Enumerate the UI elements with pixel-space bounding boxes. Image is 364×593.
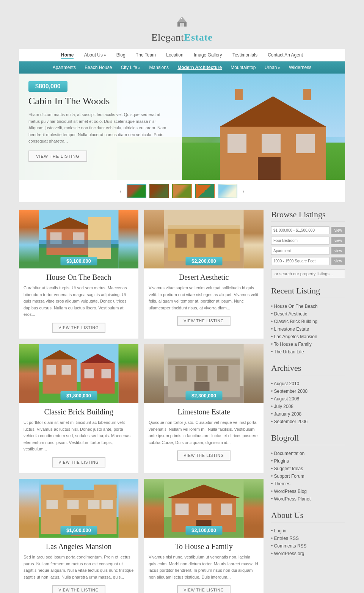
svg-rect-37 [62, 365, 71, 375]
nav-location[interactable]: Location [166, 52, 183, 58]
blogroll-support[interactable]: Support Forum [274, 474, 304, 479]
recent-link-desert[interactable]: Desert Aesthetic [274, 311, 307, 317]
listing-title-limestone: Limestone Estate [144, 408, 264, 416]
archive-jul2008[interactable]: July 2008 [274, 404, 293, 409]
nav-gallery[interactable]: Image Gallery [194, 52, 222, 58]
listing-btn-beach[interactable]: VIEW THE LISTING [52, 323, 106, 333]
recent-link-beach[interactable]: House On The Beach [274, 304, 318, 309]
cat-city[interactable]: City Life [121, 65, 141, 70]
svg-rect-56 [67, 500, 79, 509]
blogroll-item: Documentation [271, 450, 345, 457]
recent-link-family[interactable]: To House a Family [274, 342, 311, 347]
archive-item: July 2008 [271, 403, 345, 410]
about-wordpress[interactable]: WordPress.org [274, 551, 304, 556]
thumb-1[interactable] [127, 184, 146, 198]
blogroll-themes[interactable]: Themes [274, 481, 290, 486]
nav-about[interactable]: About Us [84, 52, 106, 58]
svg-rect-9 [296, 134, 315, 153]
listing-price-limestone: $2,300,000 [185, 391, 222, 400]
logo-estate: Estate [184, 32, 213, 43]
recent-link-urban[interactable]: The Urban Life [274, 349, 304, 355]
recent-link-limestone[interactable]: Limestone Estate [274, 326, 309, 332]
recent-title: Recent Listing [271, 286, 345, 298]
thumb-3[interactable] [172, 184, 192, 198]
listing-price-brick: $1,800,000 [60, 391, 97, 400]
nav-testimonials[interactable]: Testimonials [232, 52, 257, 58]
type-view-btn[interactable]: view [331, 247, 345, 254]
listing-price-mansion: $1,600,000 [60, 526, 97, 535]
thumb-5[interactable] [218, 184, 237, 198]
blogroll-docs[interactable]: Documentation [274, 451, 305, 456]
nav-contact[interactable]: Contact An Agent [268, 52, 303, 58]
listing-btn-family[interactable]: VIEW THE LISTING [177, 585, 231, 593]
svg-rect-19 [88, 217, 111, 259]
hero-view-btn[interactable]: VIEW THE LISTING [28, 151, 87, 162]
listing-img-limestone: $2,300,000 [144, 344, 264, 403]
blogroll-item: WordPress Planet [271, 495, 345, 503]
thumb-next-btn[interactable]: › [240, 187, 246, 195]
listing-btn-mansion[interactable]: VIEW THE LISTING [52, 585, 106, 593]
svg-rect-53 [41, 485, 64, 498]
size-select[interactable]: 1000 - 1500 Square Feet [271, 257, 329, 265]
svg-rect-4 [181, 18, 182, 19]
svg-rect-2 [180, 23, 182, 27]
cat-mansions[interactable]: Mansions [149, 65, 169, 70]
blogroll-item: Suggest Ideas [271, 465, 345, 472]
svg-rect-38 [85, 369, 94, 378]
thumb-4[interactable] [195, 184, 215, 198]
listing-desc-mansion: Sed in arcu sed ipsum porta condimentum.… [19, 554, 138, 580]
svg-rect-39 [102, 369, 111, 378]
recent-link-mansion[interactable]: Las Angeles Mansion [274, 334, 317, 339]
svg-rect-10 [258, 157, 281, 180]
listing-btn-brick[interactable]: VIEW THE LISTING [52, 457, 106, 467]
cat-mountaintop[interactable]: Mountaintop [231, 65, 256, 70]
archive-sep2006[interactable]: September 2006 [274, 419, 308, 424]
size-view-btn[interactable]: view [331, 257, 345, 265]
listing-card-beach: $3,100,000 House On The Beach Curabitur … [19, 210, 138, 339]
bedroom-select[interactable]: Four Bedroom [271, 237, 329, 245]
about-section: About Us Log in Entries RSS Comments RSS… [271, 510, 345, 557]
archive-sep2008[interactable]: September 2008 [274, 389, 308, 394]
archive-jan2008[interactable]: January 2008 [274, 411, 302, 417]
about-entries-rss[interactable]: Entries RSS [274, 536, 299, 541]
recent-item: Classic Brick Building [271, 318, 345, 325]
browse-row-1: $1,000,000 - $1,500,000 view [271, 226, 345, 234]
recent-item: To House a Family [271, 340, 345, 348]
blogroll-suggest[interactable]: Suggest Ideas [274, 466, 303, 471]
recent-link-brick[interactable]: Classic Brick Building [274, 319, 318, 324]
cat-apartments[interactable]: Apartments [53, 65, 76, 70]
thumb-prev-btn[interactable]: ‹ [118, 187, 124, 195]
recent-item: House On The Beach [271, 303, 345, 310]
price-select[interactable]: $1,000,000 - $1,500,000 [271, 226, 329, 234]
about-login[interactable]: Log in [274, 528, 287, 533]
thumb-2[interactable] [149, 184, 169, 198]
property-search[interactable] [271, 269, 345, 278]
nav-team[interactable]: The Team [136, 52, 156, 58]
blogroll-plugins[interactable]: Plugins [274, 458, 289, 464]
listing-btn-limestone[interactable]: VIEW THE LISTING [177, 450, 231, 461]
blogroll-wpblog[interactable]: WordPress Blog [274, 489, 307, 494]
archive-item: September 2008 [271, 387, 345, 395]
cat-wilderness[interactable]: Wilderness [289, 65, 311, 70]
cat-urban[interactable]: Urban [265, 65, 280, 70]
listing-desc-family: Vivamus nisi nunc, vestibulum ut venenat… [144, 554, 264, 580]
nav-blog[interactable]: Blog [116, 52, 126, 58]
about-list: Log in Entries RSS Comments RSS WordPres… [271, 527, 345, 557]
listing-img-beach: $3,100,000 [19, 210, 138, 268]
blogroll-wpplanet[interactable]: WordPress Planet [274, 496, 311, 502]
svg-rect-27 [213, 234, 225, 248]
listings-area: $3,100,000 House On The Beach Curabitur … [19, 210, 264, 593]
cat-beach[interactable]: Beach House [85, 65, 112, 70]
listing-card-family: $2,100,000 To House a Family Vivamus nis… [144, 479, 264, 593]
price-view-btn[interactable]: view [331, 227, 345, 234]
svg-rect-57 [88, 500, 100, 509]
about-comments-rss[interactable]: Comments RSS [274, 543, 307, 549]
archive-aug2010[interactable]: August 2010 [274, 381, 299, 386]
nav-home[interactable]: Home [61, 52, 74, 59]
cat-modern[interactable]: Modern Architecture [177, 65, 222, 70]
bedroom-view-btn[interactable]: view [331, 237, 345, 244]
browse-row-3: Apartment view [271, 247, 345, 255]
archive-aug2008[interactable]: August 2008 [274, 396, 299, 402]
listing-btn-desert[interactable]: VIEW THE LISTING [177, 316, 231, 326]
type-select[interactable]: Apartment [271, 247, 329, 255]
